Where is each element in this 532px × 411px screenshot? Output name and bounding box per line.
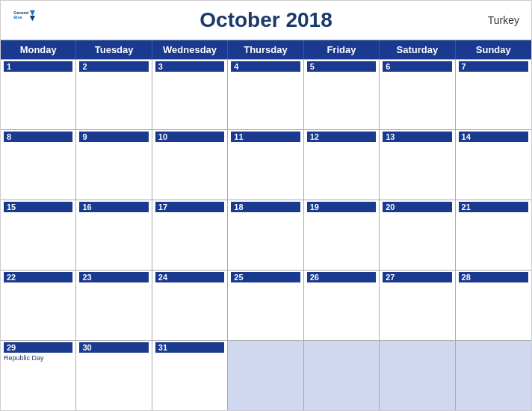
day-15: 15 bbox=[1, 200, 76, 270]
day-headers: Monday Tuesday Wednesday Thursday Friday… bbox=[1, 40, 531, 59]
holiday-republic-day: Republic Day bbox=[4, 354, 72, 362]
day-28: 28 bbox=[456, 271, 531, 340]
week-row-2: 8 9 10 11 12 13 14 bbox=[1, 129, 531, 200]
calendar-title: October 2018 bbox=[200, 8, 332, 32]
day-21: 21 bbox=[456, 200, 531, 270]
day-19: 19 bbox=[304, 200, 380, 270]
day-25: 25 bbox=[228, 271, 303, 340]
day-5: 5 bbox=[304, 60, 380, 129]
day-24: 24 bbox=[152, 271, 228, 340]
header-monday: Monday bbox=[1, 40, 76, 59]
day-10: 10 bbox=[152, 130, 228, 200]
day-11: 11 bbox=[228, 130, 303, 200]
calendar: General Blue October 2018 Turkey Monday … bbox=[0, 0, 532, 411]
svg-text:Blue: Blue bbox=[13, 15, 22, 19]
week-row-1: 1 2 3 4 5 6 7 bbox=[1, 59, 531, 129]
header-wednesday: Wednesday bbox=[152, 40, 228, 59]
svg-text:General: General bbox=[13, 10, 29, 15]
header-tuesday: Tuesday bbox=[76, 40, 152, 59]
day-1: 1 bbox=[1, 60, 76, 129]
week-row-5: 29 Republic Day 30 31 bbox=[1, 340, 531, 410]
day-6: 6 bbox=[380, 60, 455, 129]
calendar-grid: Monday Tuesday Wednesday Thursday Friday… bbox=[1, 40, 531, 410]
day-empty-3 bbox=[380, 341, 455, 410]
day-18: 18 bbox=[228, 200, 303, 270]
day-9: 9 bbox=[76, 130, 152, 200]
day-31: 31 bbox=[152, 341, 228, 410]
day-4: 4 bbox=[228, 60, 303, 129]
day-17: 17 bbox=[152, 200, 228, 270]
header-saturday: Saturday bbox=[380, 40, 455, 59]
logo-icon: General Blue bbox=[13, 8, 35, 23]
week-row-4: 22 23 24 25 26 27 28 bbox=[1, 270, 531, 340]
day-27: 27 bbox=[380, 271, 455, 340]
day-20: 20 bbox=[380, 200, 455, 270]
header-sunday: Sunday bbox=[456, 40, 531, 59]
day-7: 7 bbox=[456, 60, 531, 129]
day-29: 29 Republic Day bbox=[1, 341, 76, 410]
day-26: 26 bbox=[304, 271, 380, 340]
week-row-3: 15 16 17 18 19 20 21 bbox=[1, 200, 531, 270]
country-label: Turkey bbox=[488, 14, 519, 26]
calendar-header: General Blue October 2018 Turkey bbox=[1, 1, 531, 40]
header-friday: Friday bbox=[304, 40, 380, 59]
day-empty-4 bbox=[456, 341, 531, 410]
day-13: 13 bbox=[380, 130, 455, 200]
day-12: 12 bbox=[304, 130, 380, 200]
day-22: 22 bbox=[1, 271, 76, 340]
day-14: 14 bbox=[456, 130, 531, 200]
day-empty-1 bbox=[228, 341, 303, 410]
day-16: 16 bbox=[76, 200, 152, 270]
day-3: 3 bbox=[152, 60, 228, 129]
logo: General Blue bbox=[13, 7, 35, 23]
day-2: 2 bbox=[76, 60, 152, 129]
day-23: 23 bbox=[76, 271, 152, 340]
day-empty-2 bbox=[304, 341, 380, 410]
calendar-body: 1 2 3 4 5 6 7 8 9 10 11 12 13 14 15 bbox=[1, 59, 531, 410]
day-8: 8 bbox=[1, 130, 76, 200]
day-30: 30 bbox=[76, 341, 152, 410]
header-thursday: Thursday bbox=[228, 40, 303, 59]
